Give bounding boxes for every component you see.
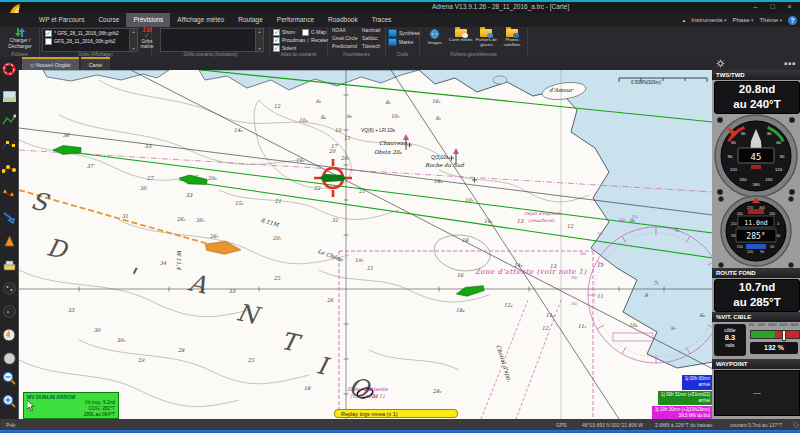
eta-status: arrivé: [661, 398, 710, 404]
grib-row[interactable]: GFS_28_11_2016_00h.grib2: [43, 37, 129, 45]
grib-checkbox[interactable]: [45, 30, 52, 37]
group-atlas: Shom Proudman Solent C-Map →| R: [270, 27, 328, 57]
globe-icon: [429, 29, 440, 39]
maximize-button[interactable]: □: [764, 2, 781, 13]
zoom-in-icon[interactable]: [1, 393, 17, 409]
grib-list[interactable]: * GFS_28_11_2016_06h.grib2 GFS_28_11_201…: [42, 28, 130, 52]
synthese-label: Synthèse: [399, 30, 420, 36]
screw: [717, 117, 723, 123]
link-tidetech[interactable]: Tidetech: [362, 43, 380, 51]
courants-scrollbar[interactable]: ▴▾: [255, 28, 264, 52]
shom-checkbox[interactable]: [273, 29, 280, 36]
instruments-menu[interactable]: Instruments: [691, 17, 726, 23]
twd-direction: au 240°T: [715, 97, 799, 112]
ais-boat[interactable]: [455, 284, 484, 299]
folder-icon: [480, 29, 492, 37]
shom-label: Shom: [282, 29, 295, 35]
twa-lcd: 45: [751, 152, 762, 162]
tab-wp-et-parcours[interactable]: WP et Parcours: [32, 13, 91, 27]
eta-box-blue: 1j 00h 00mn arrivé: [682, 375, 713, 390]
tab-traces[interactable]: Traces: [365, 13, 399, 27]
percent-value: 132 %: [750, 342, 798, 354]
tab-course[interactable]: Course: [91, 13, 126, 27]
link-predictwind[interactable]: Predictwind: [332, 43, 358, 51]
tool-sidebar: [0, 57, 18, 419]
collapse-ribbon-icon[interactable]: ▴: [683, 17, 686, 23]
compass-gauge[interactable]: 270 300 330 0 30 60 90 120 150 180 210 2…: [716, 194, 796, 270]
lifebuoy-icon[interactable]: [1, 61, 17, 77]
ais-boat[interactable]: [179, 174, 208, 187]
check-cmap[interactable]: C-Map: [302, 28, 328, 36]
svg-text:30: 30: [767, 131, 772, 136]
chart-icon[interactable]: [1, 88, 17, 104]
depth-contours: [19, 80, 589, 407]
svg-text:0: 0: [777, 222, 779, 226]
waypoint-header[interactable]: WAYPOINT: [712, 359, 800, 369]
target-speed-box: cible 8.3 nds: [714, 324, 746, 356]
resize-grip[interactable]: [793, 422, 799, 428]
window-title: Adrena V13.9.1.26 - 28_11_2016_a.trc - […: [432, 3, 569, 10]
cible-unit: nds: [714, 342, 746, 349]
ais-boat-orange[interactable]: [204, 239, 241, 256]
tab-affichage-meteo[interactable]: Affichage météo: [170, 13, 231, 27]
cmap-checkbox[interactable]: [302, 29, 309, 36]
check-shom[interactable]: Shom: [273, 28, 305, 36]
zoom-out-icon[interactable]: [1, 370, 17, 386]
tab-roadbook[interactable]: Roadbook: [321, 13, 365, 27]
solent-checkbox[interactable]: [273, 45, 280, 52]
theme-menu[interactable]: Thème: [759, 17, 782, 23]
tab-performance[interactable]: Performance: [270, 13, 321, 27]
recaler-button[interactable]: →| Recaler: [302, 36, 328, 44]
check-solent[interactable]: Solent: [273, 44, 305, 52]
nautical-chart[interactable]: 129₄8₂10₄8₄9₆10₅16₅1011172018₃20₅8₃22211…: [18, 70, 713, 419]
grib-row[interactable]: * GFS_28_11_2016_06h.grib2: [43, 29, 129, 37]
cog-lcd: 285°: [746, 232, 765, 241]
weather-ball-2-icon[interactable]: [1, 303, 17, 319]
marks-icon[interactable]: [1, 185, 17, 201]
instrument-panel-header: ■■■: [712, 57, 800, 70]
courants-list[interactable]: [160, 28, 256, 52]
eraser-icon[interactable]: [1, 257, 17, 273]
regatta-mark-icon[interactable]: [1, 233, 17, 249]
phase-menu[interactable]: Phase: [732, 17, 753, 23]
minimize-button[interactable]: –: [747, 2, 764, 13]
check-proudman[interactable]: Proudman: [273, 36, 305, 44]
replay-logs-badge[interactable]: Replay logs nmea (x 1): [334, 409, 458, 418]
track-red-icon[interactable]: [1, 136, 17, 152]
synthese-button[interactable]: Synthèse: [388, 28, 420, 37]
link-saildoc[interactable]: Saildoc: [362, 35, 380, 43]
target-speed-widget: cible 8.3 nds 0% 50% 100% 150% 200% 132 …: [712, 323, 800, 359]
tab-previsions[interactable]: Prévisions: [126, 13, 170, 27]
sphere-icon[interactable]: [1, 350, 17, 366]
link-navimail[interactable]: Navimail: [362, 27, 380, 35]
waypoints-icon[interactable]: [1, 160, 17, 176]
proudman-checkbox[interactable]: [273, 37, 280, 44]
svg-text:150: 150: [737, 245, 743, 249]
beacon-icon[interactable]: [403, 134, 459, 164]
charger-decharger-button[interactable]: Charger / Décharger: [2, 28, 38, 50]
tws-header[interactable]: TWS/TWD: [712, 70, 800, 80]
close-button[interactable]: ×: [781, 2, 798, 13]
weather-ball-icon[interactable]: [1, 280, 17, 296]
help-button[interactable]: ?: [788, 16, 797, 25]
waypoint-box: ---: [714, 370, 800, 416]
obstruction-oval: [356, 387, 374, 400]
sog-tag: [748, 209, 764, 214]
svg-text:90: 90: [780, 154, 785, 159]
grib-checkbox[interactable]: [45, 38, 52, 45]
tab-routage[interactable]: Routage: [231, 13, 270, 27]
ais-boat[interactable]: [53, 146, 81, 155]
adrena-window: Adrena V13.9.1.26 - 28_11_2016_a.trc - […: [0, 0, 800, 433]
svg-text:240: 240: [737, 212, 743, 216]
link-noaa[interactable]: NOAA: [332, 27, 358, 35]
compass-check-icon[interactable]: [1, 327, 17, 343]
vit-cible-header[interactable]: %VIT. CIBLE: [712, 312, 800, 322]
route-green-icon[interactable]: [1, 112, 17, 128]
maree-button[interactable]: Marée: [388, 37, 420, 46]
link-great-circle[interactable]: Great Circle: [332, 35, 358, 43]
panel-more-icon[interactable]: ■■■: [784, 60, 796, 66]
route-fond-header[interactable]: ROUTE FOND: [712, 268, 800, 278]
panel-settings-icon[interactable]: [716, 59, 725, 68]
wind-arrow-icon[interactable]: [1, 209, 17, 225]
wind-angle-gauge[interactable]: 3030 6060 9090 120120 150150 180 45: [713, 113, 799, 199]
